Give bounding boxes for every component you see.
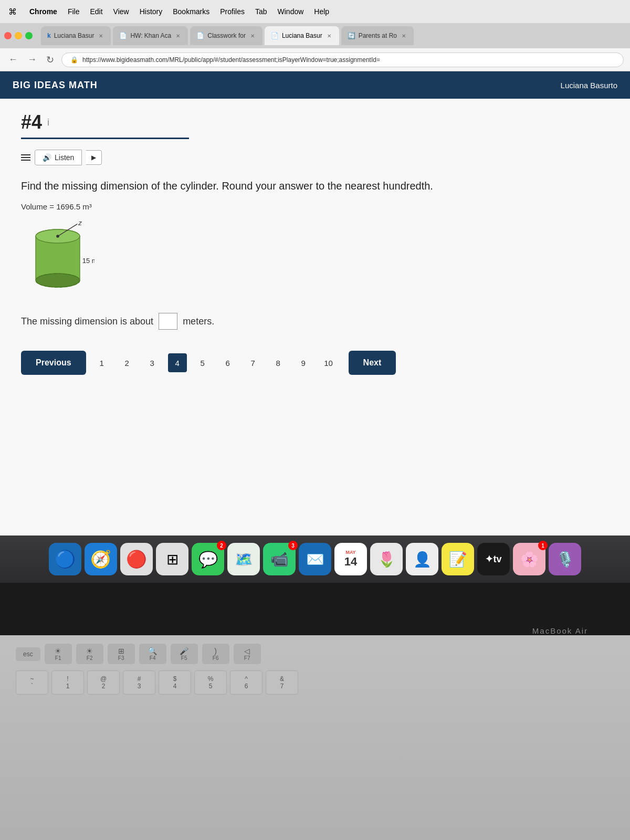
user-name: Luciana Basurto <box>561 81 617 90</box>
6-key[interactable]: ^ 6 <box>230 670 262 695</box>
minimize-button[interactable] <box>15 32 22 39</box>
at-top: @ <box>100 675 107 682</box>
answer-line: The missing dimension is about meters. <box>21 313 609 330</box>
4-key[interactable]: $ 4 <box>159 670 191 695</box>
dock: 🔵 🧭 🔴 ⊞ 💬 2 🗺️ 📹 3 ✉️ MAY 14 🌷 👤 📝 ✦tv <box>0 536 630 583</box>
dock-launchpad[interactable]: ⊞ <box>156 543 188 575</box>
tab-bar: k Luciana Basur ✕ 📄 HW: Khan Aca ✕ 📄 Cla… <box>0 23 630 48</box>
esc-key[interactable]: esc <box>16 647 40 661</box>
question-divider <box>21 138 189 139</box>
chrome-menu[interactable]: Chrome <box>29 7 57 16</box>
dock-photos-app[interactable]: 🌷 <box>370 543 403 575</box>
view-menu[interactable]: View <box>113 7 129 16</box>
forward-button[interactable]: → <box>25 52 39 67</box>
tab-1[interactable]: k Luciana Basur ✕ <box>41 26 111 45</box>
f3-key[interactable]: ⊞ F3 <box>108 644 135 664</box>
tab-1-label: Luciana Basur <box>54 32 94 39</box>
tab-1-close[interactable]: ✕ <box>97 32 104 39</box>
tab-5[interactable]: 🔄 Parents at Ro ✕ <box>341 26 414 45</box>
play-button[interactable]: ▶ <box>86 150 102 165</box>
previous-button[interactable]: Previous <box>21 351 86 375</box>
dock-podcasts[interactable]: 🎙️ <box>549 543 581 575</box>
page-9[interactable]: 9 <box>294 353 313 372</box>
photos2-icon: 🌸 <box>520 551 539 568</box>
history-menu[interactable]: History <box>140 7 163 16</box>
3-key[interactable]: # 3 <box>123 670 155 695</box>
maximize-button[interactable] <box>25 32 33 39</box>
dock-notes[interactable]: 📝 <box>442 543 474 575</box>
dock-mail[interactable]: ✉️ <box>299 543 331 575</box>
f4-icon: 🔍 <box>144 647 161 655</box>
page-1[interactable]: 1 <box>92 353 111 372</box>
page-10[interactable]: 10 <box>319 353 338 372</box>
page-6[interactable]: 6 <box>218 353 237 372</box>
f7-key[interactable]: ◁ F7 <box>234 644 261 664</box>
tab-2-close[interactable]: ✕ <box>174 32 182 39</box>
1-key[interactable]: ! 1 <box>51 670 84 695</box>
answer-input-box[interactable] <box>159 313 177 330</box>
listen-button[interactable]: 🔊 Listen <box>35 150 82 165</box>
close-button[interactable] <box>4 32 12 39</box>
dock-finder[interactable]: 🔵 <box>49 543 81 575</box>
answer-prefix: The missing dimension is about <box>21 316 153 327</box>
page-7[interactable]: 7 <box>244 353 262 372</box>
help-menu[interactable]: Help <box>314 7 329 16</box>
tab-5-close[interactable]: ✕ <box>400 32 407 39</box>
tab-2[interactable]: 📄 HW: Khan Aca ✕ <box>113 26 188 45</box>
reload-button[interactable]: ↻ <box>44 52 56 68</box>
dock-chrome[interactable]: 🔴 <box>120 543 153 575</box>
5-key[interactable]: % 5 <box>194 670 227 695</box>
page-8[interactable]: 8 <box>269 353 288 372</box>
tab-menu[interactable]: Tab <box>255 7 267 16</box>
dock-tv[interactable]: ✦tv <box>477 543 510 575</box>
f2-label: F2 <box>81 655 98 661</box>
number-row: ~ ` ! 1 @ 2 # 3 $ 4 % 5 ^ 6 & 7 <box>0 668 630 697</box>
info-icon[interactable]: i <box>47 117 49 128</box>
dock-contacts[interactable]: 👤 <box>406 543 438 575</box>
next-button[interactable]: Next <box>349 351 396 375</box>
f6-key[interactable]: ) F6 <box>202 644 229 664</box>
url-text: https://www.bigideasmath.com/MRL/public/… <box>82 56 380 64</box>
profiles-menu[interactable]: Profiles <box>220 7 245 16</box>
file-menu[interactable]: File <box>68 7 80 16</box>
dock-calendar[interactable]: MAY 14 <box>334 543 367 575</box>
f5-label: F5 <box>176 655 193 661</box>
5-bottom: 5 <box>209 682 213 690</box>
f2-key[interactable]: ☀ F2 <box>76 644 103 664</box>
messages-icon: 💬 <box>198 550 218 569</box>
f5-key[interactable]: 🎤 F5 <box>171 644 198 664</box>
dock-photos2[interactable]: 🌸 1 <box>513 543 545 575</box>
window-menu[interactable]: Window <box>278 7 304 16</box>
tab-4[interactable]: 📄 Luciana Basur ✕ <box>265 26 339 45</box>
tab-5-icon: 🔄 <box>348 32 355 39</box>
7-key[interactable]: & 7 <box>266 670 298 695</box>
browser-window: k Luciana Basur ✕ 📄 HW: Khan Aca ✕ 📄 Cla… <box>0 23 630 536</box>
podcasts-icon: 🎙️ <box>556 551 574 568</box>
back-button[interactable]: ← <box>6 52 20 67</box>
exclaim-top: ! <box>67 675 68 682</box>
tab-3[interactable]: 📄 Classwork for ✕ <box>190 26 262 45</box>
dock-safari[interactable]: 🧭 <box>85 543 117 575</box>
page-5[interactable]: 5 <box>193 353 212 372</box>
f1-key[interactable]: ☀ F1 <box>45 644 72 664</box>
dock-facetime[interactable]: 📹 3 <box>263 543 296 575</box>
page-2[interactable]: 2 <box>118 353 136 372</box>
dock-maps[interactable]: 🗺️ <box>227 543 260 575</box>
edit-menu[interactable]: Edit <box>90 7 102 16</box>
hamburger-icon[interactable] <box>21 154 30 161</box>
tab-3-icon: 📄 <box>196 32 204 39</box>
f3-label: F3 <box>113 655 130 661</box>
f4-key[interactable]: 🔍 F4 <box>139 644 166 664</box>
tilde-key[interactable]: ~ ` <box>16 670 48 695</box>
url-bar[interactable]: 🔒 https://www.bigideasmath.com/MRL/publi… <box>61 52 624 67</box>
2-key[interactable]: @ 2 <box>87 670 120 695</box>
bookmarks-menu[interactable]: Bookmarks <box>173 7 209 16</box>
answer-suffix: meters. <box>183 316 214 327</box>
tab-4-close[interactable]: ✕ <box>326 32 333 39</box>
dock-messages[interactable]: 💬 2 <box>192 543 224 575</box>
apple-menu[interactable]: ⌘ <box>8 7 17 17</box>
page-4[interactable]: 4 <box>168 353 187 372</box>
question-text: Find the missing dimension of the cylind… <box>21 178 609 194</box>
tab-3-close[interactable]: ✕ <box>249 32 256 39</box>
page-3[interactable]: 3 <box>143 353 162 372</box>
